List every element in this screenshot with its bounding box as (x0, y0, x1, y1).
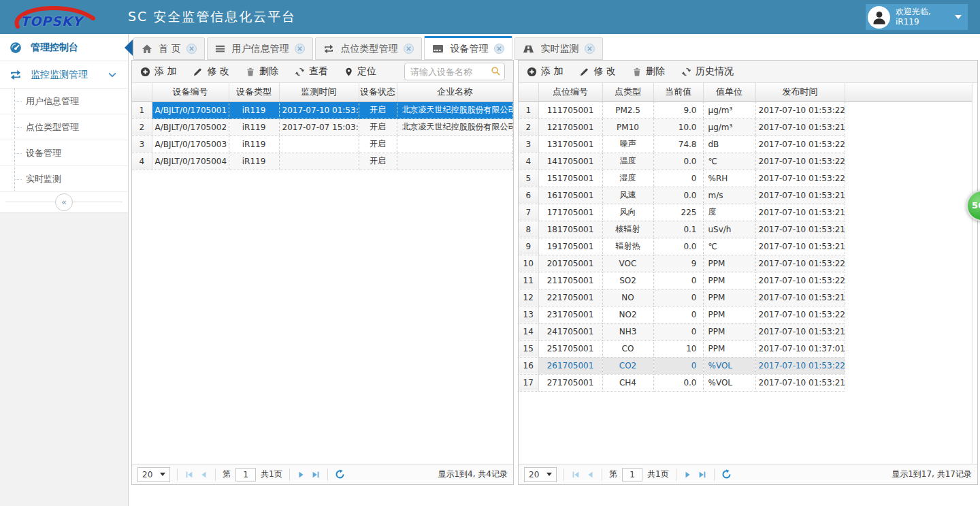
table-row[interactable]: 16261705001CO20%VOL2017-07-10 01:53:22 (519, 357, 977, 374)
prev-page-button[interactable] (585, 470, 595, 479)
page-number-input[interactable] (622, 468, 642, 481)
sidebar-item-device-manage[interactable]: 设备管理 (0, 140, 128, 166)
filler-cell (845, 187, 977, 204)
column-header[interactable]: 点类型 (602, 83, 653, 101)
user-menu[interactable]: 欢迎光临, iR119 (866, 4, 968, 30)
table-row[interactable]: 11211705001SO20PPM2017-07-10 01:53:22 (519, 272, 977, 289)
close-icon[interactable] (585, 44, 595, 54)
table-row[interactable]: 4A/BJLT/0/1705004iR119开启 (132, 153, 513, 170)
row-number: 1 (132, 101, 152, 118)
table-cell: 2017-07-10 01:53:22 (755, 255, 845, 272)
close-icon[interactable] (404, 44, 414, 54)
table-cell: A/BJLT/0/1705002 (152, 118, 229, 136)
edit-button[interactable]: 修 改 (193, 65, 229, 78)
table-row[interactable]: 13231705001NO20PPM2017-07-10 01:53:22 (519, 306, 977, 323)
sidebar-collapse-button[interactable]: « (55, 193, 73, 211)
first-page-button[interactable] (184, 470, 194, 479)
page-size-select[interactable]: 20 (137, 467, 170, 482)
delete-button[interactable]: 删除 (246, 65, 278, 78)
refresh-icon (681, 67, 691, 77)
button-label: 历史情况 (696, 65, 734, 78)
table-row[interactable]: 4141705001温度0.0℃2017-07-10 01:53:22 (519, 153, 977, 170)
reload-icon[interactable] (721, 469, 732, 479)
table-cell: 核辐射 (602, 221, 653, 238)
column-header[interactable]: 企业名称 (397, 83, 513, 101)
prev-page-button[interactable] (199, 470, 208, 479)
column-header[interactable]: 值单位 (703, 83, 755, 101)
scrollbar-track[interactable] (972, 83, 977, 464)
table-row[interactable]: 15251705001CO10PPM2017-07-10 01:37:01 (519, 340, 977, 357)
pencil-icon (193, 67, 203, 77)
tab-user-info[interactable]: 用户信息管理 (207, 37, 313, 60)
sidebar-item-point-type[interactable]: 点位类型管理 (0, 114, 128, 140)
table-cell: ℃ (703, 238, 755, 255)
close-icon[interactable] (295, 44, 305, 54)
last-page-button[interactable] (698, 470, 707, 479)
table-row[interactable]: 10201705001VOC9PPM2017-07-10 01:53:22 (519, 255, 977, 272)
next-page-button[interactable] (297, 470, 306, 479)
table-row[interactable]: 2121705001PM1010.0μg/m³2017-07-10 01:53:… (519, 118, 977, 136)
table-cell: 10 (653, 340, 703, 357)
column-header[interactable]: 发布时间 (755, 83, 845, 101)
edit-button[interactable]: 修 改 (579, 65, 615, 78)
tab-point-type[interactable]: 点位类型管理 (315, 37, 422, 60)
table-row[interactable]: 8181705001核辐射0.1uSv/h2017-07-10 01:53:21 (519, 221, 977, 238)
page-size-select[interactable]: 20 (524, 467, 557, 482)
column-header[interactable]: 监测时间 (279, 83, 359, 101)
tab-realtime[interactable]: 实时监测 (514, 37, 603, 60)
row-number: 10 (519, 255, 538, 272)
table-cell: 121705001 (538, 118, 602, 136)
column-header[interactable]: 设备编号 (152, 83, 229, 101)
device-icon (432, 44, 444, 54)
add-button[interactable]: 添 加 (527, 65, 563, 78)
reload-icon[interactable] (335, 469, 345, 479)
table-row[interactable]: 14241705001NH30PPM2017-07-10 01:53:21 (519, 323, 977, 340)
view-button[interactable]: 查看 (295, 65, 328, 78)
column-header[interactable]: 设备类型 (229, 83, 279, 101)
table-row[interactable]: 1A/BJLT/0/1705001iR1192017-07-10 01:53:2… (132, 101, 513, 118)
locate-button[interactable]: 定位 (344, 65, 376, 78)
filler-cell (845, 323, 977, 340)
close-icon[interactable] (494, 44, 504, 54)
first-page-button[interactable] (571, 470, 581, 479)
row-number: 1 (519, 101, 538, 118)
delete-button[interactable]: 删除 (632, 65, 665, 78)
sidebar-item-console[interactable]: 管理控制台 (0, 34, 128, 61)
table-row[interactable]: 3A/BJLT/0/1705003iR119开启 (132, 136, 513, 153)
table-row[interactable]: 12221705001NO0PPM2017-07-10 01:53:21 (519, 289, 977, 306)
page-number-input[interactable] (235, 468, 256, 481)
column-header[interactable]: 当前值 (653, 83, 703, 101)
page-suffix: 共1页 (647, 469, 669, 480)
column-header[interactable]: 点位编号 (538, 83, 602, 101)
table-row[interactable]: 9191705001辐射热0.0℃2017-07-10 01:53:21 (519, 238, 977, 255)
next-page-button[interactable] (683, 470, 693, 479)
column-header[interactable]: 设备状态 (359, 83, 397, 101)
table-row[interactable]: 3131705001噪声74.8dB2017-07-10 01:53:22 (519, 136, 977, 153)
filler-cell (845, 357, 977, 374)
tab-label: 设备管理 (450, 43, 488, 55)
button-label: 定位 (357, 65, 376, 78)
table-cell: 241705001 (538, 323, 602, 340)
add-button[interactable]: 添 加 (140, 65, 176, 78)
table-row[interactable]: 2A/BJLT/0/1705002iR1192017-07-07 15:03:0… (132, 118, 513, 136)
table-row[interactable]: 1111705001PM2.59.0μg/m³2017-07-10 01:53:… (519, 101, 977, 118)
table-cell: 2017-07-10 01:53:21 (755, 204, 845, 221)
row-number: 15 (519, 340, 538, 357)
table-row[interactable]: 5151705001湿度0%RH2017-07-10 01:53:22 (519, 170, 977, 187)
close-icon[interactable] (186, 44, 197, 54)
sidebar-item-user-info[interactable]: 用户信息管理 (0, 89, 128, 114)
table-row[interactable]: 6161705001风速0.0m/s2017-07-10 01:53:21 (519, 187, 977, 204)
table-cell: 0 (653, 289, 703, 306)
sidebar-item-realtime[interactable]: 实时监测 (0, 166, 128, 192)
table-row[interactable]: 7171705001风向225度2017-07-10 01:53:21 (519, 204, 977, 221)
search-input[interactable] (404, 63, 505, 80)
tab-device-manage[interactable]: 设备管理 (424, 36, 512, 60)
last-page-button[interactable] (311, 470, 321, 479)
history-button[interactable]: 历史情况 (681, 65, 734, 78)
trash-icon (246, 67, 255, 77)
search-icon[interactable] (491, 66, 501, 76)
main-area: 首 页 用户信息管理 点位类型管理 设备管理 实时监测 添 (129, 34, 980, 506)
sidebar-item-monitor-manage[interactable]: 监控监测管理 (0, 61, 128, 89)
table-row[interactable]: 17271705001CH40.0%VOL2017-07-10 01:53:21 (519, 374, 977, 391)
tab-home[interactable]: 首 页 (133, 37, 205, 60)
